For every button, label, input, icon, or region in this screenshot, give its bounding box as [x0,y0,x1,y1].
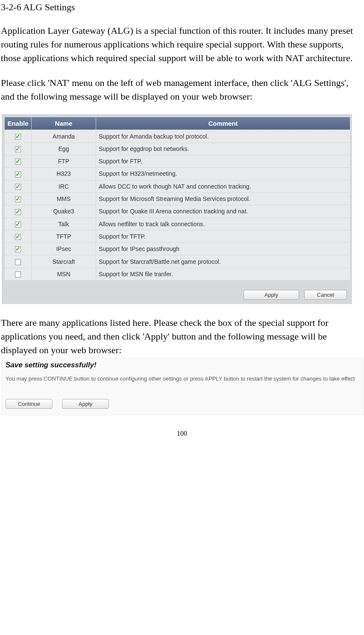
comment-cell: Support for eggdrop bot networks. [96,143,350,155]
name-cell: TFTP [32,230,96,242]
name-cell: H323 [32,168,96,180]
enable-checkbox[interactable] [15,246,21,252]
enable-cell [5,243,31,255]
alg-table: Enable Name Comment AmandaSupport for Am… [4,117,350,281]
comment-cell: Support for H323/netmeeting. [96,168,350,180]
enable-checkbox[interactable] [15,272,21,278]
panel-button-row: Apply Cancel [4,290,349,300]
enable-checkbox[interactable] [15,209,21,215]
save-confirmation-box: Save setting successfully! You may press… [2,358,364,415]
enable-cell [5,168,31,180]
enable-checkbox[interactable] [15,196,21,202]
comment-cell: Support for IPsec passthrough [96,243,350,255]
intro-paragraph-1: Application Layer Gateway (ALG) is a spe… [1,24,363,65]
enable-checkbox[interactable] [15,171,21,177]
enable-cell [5,155,31,167]
comment-cell: Support for MSN file tranfer. [96,268,350,280]
comment-cell: Allows DCC to work though NAT and connec… [96,180,350,192]
alg-settings-panel: Enable Name Comment AmandaSupport for Am… [2,114,352,304]
comment-cell: Allows netfilter to track talk connectio… [96,218,350,230]
table-row: H323Support for H323/netmeeting. [5,168,350,180]
table-row: TFTPSupport for TFTP. [5,230,350,242]
enable-cell [5,255,31,267]
comment-cell: Support for Microsoft Streaming Media Se… [96,193,350,205]
table-row: IRC Allows DCC to work though NAT and co… [5,180,350,192]
enable-checkbox[interactable] [15,259,21,265]
header-enable: Enable [5,117,31,130]
table-row: MMS Support for Microsoft Streaming Medi… [5,193,350,205]
table-row: Quake3Support for Quake III Arena connec… [5,205,350,217]
section-heading: 3-2-6 ALG Settings [1,2,363,13]
cancel-button[interactable]: Cancel [304,290,347,300]
table-row: TalkAllows netfilter to track talk conne… [5,218,350,230]
enable-cell [5,180,31,192]
enable-cell [5,218,31,230]
enable-cell [5,130,31,142]
enable-cell [5,143,31,155]
comment-cell: Support for FTP. [96,155,350,167]
table-row: AmandaSupport for Amanda backup tool pro… [5,130,350,142]
name-cell: Talk [32,218,96,230]
name-cell: MMS [32,193,96,205]
name-cell: IPsec [32,243,96,255]
save-text: You may press CONTINUE button to continu… [6,375,360,383]
name-cell: MSN [32,268,96,280]
comment-cell: Support for TFTP. [96,230,350,242]
table-row: MSNSupport for MSN file tranfer. [5,268,350,280]
comment-cell: Support for Starcraft/Battle.net game pr… [96,255,350,267]
table-row: EggSupport for eggdrop bot networks. [5,143,350,155]
enable-cell [5,230,31,242]
name-cell: Amanda [32,130,96,142]
enable-checkbox[interactable] [15,159,21,165]
apply-button-2[interactable]: Apply [62,399,109,409]
save-title: Save setting successfully! [6,361,360,369]
name-cell: Egg [32,143,96,155]
after-table-paragraph: There are many applications listed here.… [1,316,363,357]
name-cell: Starcraft [32,255,96,267]
continue-button[interactable]: Continue [6,399,53,409]
name-cell: IRC [32,180,96,192]
header-name: Name [32,117,96,130]
intro-paragraph-2: Please click 'NAT' menu on the left of w… [1,76,363,103]
enable-checkbox[interactable] [15,146,21,152]
enable-cell [5,205,31,217]
enable-checkbox[interactable] [15,234,21,240]
enable-checkbox[interactable] [15,222,21,227]
enable-cell [5,193,31,205]
enable-checkbox[interactable] [15,134,21,140]
name-cell: Quake3 [32,205,96,217]
page-number: 100 [1,430,363,437]
table-row: FTPSupport for FTP. [5,155,350,167]
enable-checkbox[interactable] [15,184,21,190]
apply-button[interactable]: Apply [244,290,299,300]
name-cell: FTP [32,155,96,167]
table-row: StarcraftSupport for Starcraft/Battle.ne… [5,255,350,267]
comment-cell: Support for Amanda backup tool protocol. [96,130,350,142]
enable-cell [5,268,31,280]
table-row: IPsecSupport for IPsec passthrough [5,243,350,255]
save-button-row: Continue Apply [6,399,360,409]
comment-cell: Support for Quake III Arena connection t… [96,205,350,217]
header-comment: Comment [96,117,350,130]
